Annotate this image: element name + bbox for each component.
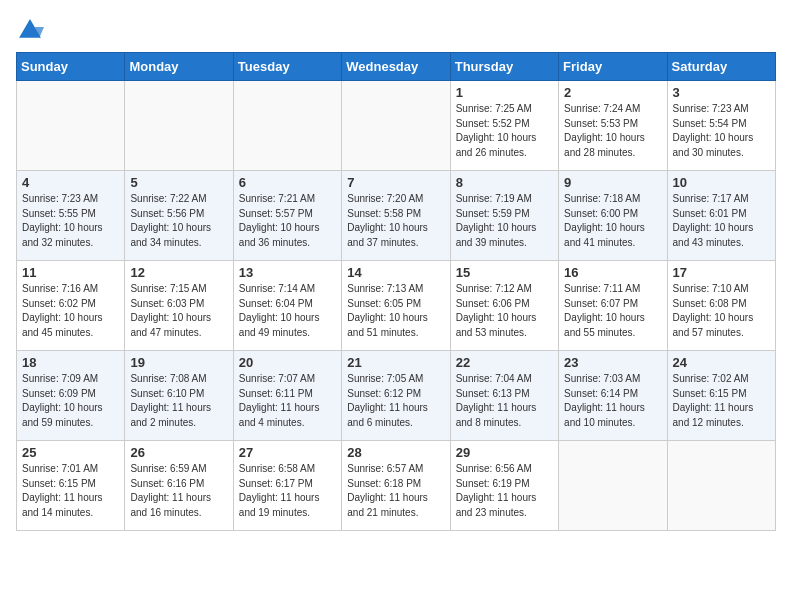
calendar-cell: 13Sunrise: 7:14 AM Sunset: 6:04 PM Dayli… xyxy=(233,261,341,351)
calendar-cell: 18Sunrise: 7:09 AM Sunset: 6:09 PM Dayli… xyxy=(17,351,125,441)
day-number: 24 xyxy=(673,355,770,370)
day-number: 16 xyxy=(564,265,661,280)
calendar-cell: 9Sunrise: 7:18 AM Sunset: 6:00 PM Daylig… xyxy=(559,171,667,261)
weekday-header-thursday: Thursday xyxy=(450,53,558,81)
weekday-header-friday: Friday xyxy=(559,53,667,81)
calendar-cell: 23Sunrise: 7:03 AM Sunset: 6:14 PM Dayli… xyxy=(559,351,667,441)
calendar-cell xyxy=(17,81,125,171)
day-number: 8 xyxy=(456,175,553,190)
calendar-cell: 26Sunrise: 6:59 AM Sunset: 6:16 PM Dayli… xyxy=(125,441,233,531)
day-info: Sunrise: 7:14 AM Sunset: 6:04 PM Dayligh… xyxy=(239,282,336,340)
weekday-header-saturday: Saturday xyxy=(667,53,775,81)
calendar-cell: 20Sunrise: 7:07 AM Sunset: 6:11 PM Dayli… xyxy=(233,351,341,441)
calendar-cell xyxy=(233,81,341,171)
day-info: Sunrise: 7:09 AM Sunset: 6:09 PM Dayligh… xyxy=(22,372,119,430)
calendar-cell: 17Sunrise: 7:10 AM Sunset: 6:08 PM Dayli… xyxy=(667,261,775,351)
day-info: Sunrise: 7:19 AM Sunset: 5:59 PM Dayligh… xyxy=(456,192,553,250)
day-info: Sunrise: 7:25 AM Sunset: 5:52 PM Dayligh… xyxy=(456,102,553,160)
calendar-cell: 22Sunrise: 7:04 AM Sunset: 6:13 PM Dayli… xyxy=(450,351,558,441)
day-info: Sunrise: 7:05 AM Sunset: 6:12 PM Dayligh… xyxy=(347,372,444,430)
calendar-cell xyxy=(342,81,450,171)
calendar-table: SundayMondayTuesdayWednesdayThursdayFrid… xyxy=(16,52,776,531)
calendar-cell: 12Sunrise: 7:15 AM Sunset: 6:03 PM Dayli… xyxy=(125,261,233,351)
calendar-cell: 27Sunrise: 6:58 AM Sunset: 6:17 PM Dayli… xyxy=(233,441,341,531)
day-info: Sunrise: 7:21 AM Sunset: 5:57 PM Dayligh… xyxy=(239,192,336,250)
day-number: 29 xyxy=(456,445,553,460)
week-row-3: 11Sunrise: 7:16 AM Sunset: 6:02 PM Dayli… xyxy=(17,261,776,351)
day-number: 4 xyxy=(22,175,119,190)
day-number: 21 xyxy=(347,355,444,370)
day-info: Sunrise: 7:20 AM Sunset: 5:58 PM Dayligh… xyxy=(347,192,444,250)
day-info: Sunrise: 6:59 AM Sunset: 6:16 PM Dayligh… xyxy=(130,462,227,520)
weekday-header-tuesday: Tuesday xyxy=(233,53,341,81)
calendar-cell: 15Sunrise: 7:12 AM Sunset: 6:06 PM Dayli… xyxy=(450,261,558,351)
calendar-cell xyxy=(667,441,775,531)
calendar-cell: 19Sunrise: 7:08 AM Sunset: 6:10 PM Dayli… xyxy=(125,351,233,441)
calendar-cell: 5Sunrise: 7:22 AM Sunset: 5:56 PM Daylig… xyxy=(125,171,233,261)
day-info: Sunrise: 7:08 AM Sunset: 6:10 PM Dayligh… xyxy=(130,372,227,430)
calendar-cell: 8Sunrise: 7:19 AM Sunset: 5:59 PM Daylig… xyxy=(450,171,558,261)
day-number: 7 xyxy=(347,175,444,190)
calendar-cell: 11Sunrise: 7:16 AM Sunset: 6:02 PM Dayli… xyxy=(17,261,125,351)
day-info: Sunrise: 7:16 AM Sunset: 6:02 PM Dayligh… xyxy=(22,282,119,340)
logo-icon xyxy=(16,16,44,44)
weekday-header-sunday: Sunday xyxy=(17,53,125,81)
day-number: 26 xyxy=(130,445,227,460)
calendar-cell: 25Sunrise: 7:01 AM Sunset: 6:15 PM Dayli… xyxy=(17,441,125,531)
weekday-header-row: SundayMondayTuesdayWednesdayThursdayFrid… xyxy=(17,53,776,81)
day-info: Sunrise: 7:11 AM Sunset: 6:07 PM Dayligh… xyxy=(564,282,661,340)
day-number: 1 xyxy=(456,85,553,100)
day-info: Sunrise: 7:15 AM Sunset: 6:03 PM Dayligh… xyxy=(130,282,227,340)
day-number: 22 xyxy=(456,355,553,370)
week-row-2: 4Sunrise: 7:23 AM Sunset: 5:55 PM Daylig… xyxy=(17,171,776,261)
day-number: 2 xyxy=(564,85,661,100)
week-row-1: 1Sunrise: 7:25 AM Sunset: 5:52 PM Daylig… xyxy=(17,81,776,171)
day-number: 13 xyxy=(239,265,336,280)
day-info: Sunrise: 7:03 AM Sunset: 6:14 PM Dayligh… xyxy=(564,372,661,430)
day-info: Sunrise: 7:17 AM Sunset: 6:01 PM Dayligh… xyxy=(673,192,770,250)
calendar-cell: 4Sunrise: 7:23 AM Sunset: 5:55 PM Daylig… xyxy=(17,171,125,261)
day-number: 6 xyxy=(239,175,336,190)
calendar-cell: 3Sunrise: 7:23 AM Sunset: 5:54 PM Daylig… xyxy=(667,81,775,171)
day-info: Sunrise: 7:24 AM Sunset: 5:53 PM Dayligh… xyxy=(564,102,661,160)
day-number: 25 xyxy=(22,445,119,460)
calendar-cell: 6Sunrise: 7:21 AM Sunset: 5:57 PM Daylig… xyxy=(233,171,341,261)
day-info: Sunrise: 7:02 AM Sunset: 6:15 PM Dayligh… xyxy=(673,372,770,430)
day-info: Sunrise: 7:04 AM Sunset: 6:13 PM Dayligh… xyxy=(456,372,553,430)
calendar-cell: 16Sunrise: 7:11 AM Sunset: 6:07 PM Dayli… xyxy=(559,261,667,351)
day-number: 9 xyxy=(564,175,661,190)
day-info: Sunrise: 6:56 AM Sunset: 6:19 PM Dayligh… xyxy=(456,462,553,520)
calendar-cell: 2Sunrise: 7:24 AM Sunset: 5:53 PM Daylig… xyxy=(559,81,667,171)
day-info: Sunrise: 7:12 AM Sunset: 6:06 PM Dayligh… xyxy=(456,282,553,340)
day-number: 27 xyxy=(239,445,336,460)
calendar-cell: 14Sunrise: 7:13 AM Sunset: 6:05 PM Dayli… xyxy=(342,261,450,351)
day-number: 14 xyxy=(347,265,444,280)
calendar-cell: 24Sunrise: 7:02 AM Sunset: 6:15 PM Dayli… xyxy=(667,351,775,441)
day-number: 11 xyxy=(22,265,119,280)
calendar-cell: 7Sunrise: 7:20 AM Sunset: 5:58 PM Daylig… xyxy=(342,171,450,261)
day-number: 23 xyxy=(564,355,661,370)
week-row-4: 18Sunrise: 7:09 AM Sunset: 6:09 PM Dayli… xyxy=(17,351,776,441)
calendar-cell xyxy=(125,81,233,171)
calendar-cell: 10Sunrise: 7:17 AM Sunset: 6:01 PM Dayli… xyxy=(667,171,775,261)
day-info: Sunrise: 7:07 AM Sunset: 6:11 PM Dayligh… xyxy=(239,372,336,430)
weekday-header-monday: Monday xyxy=(125,53,233,81)
day-number: 5 xyxy=(130,175,227,190)
day-info: Sunrise: 6:58 AM Sunset: 6:17 PM Dayligh… xyxy=(239,462,336,520)
calendar-cell: 1Sunrise: 7:25 AM Sunset: 5:52 PM Daylig… xyxy=(450,81,558,171)
day-info: Sunrise: 7:18 AM Sunset: 6:00 PM Dayligh… xyxy=(564,192,661,250)
week-row-5: 25Sunrise: 7:01 AM Sunset: 6:15 PM Dayli… xyxy=(17,441,776,531)
day-number: 19 xyxy=(130,355,227,370)
calendar-cell: 21Sunrise: 7:05 AM Sunset: 6:12 PM Dayli… xyxy=(342,351,450,441)
calendar-cell: 28Sunrise: 6:57 AM Sunset: 6:18 PM Dayli… xyxy=(342,441,450,531)
logo xyxy=(16,16,46,44)
day-info: Sunrise: 7:10 AM Sunset: 6:08 PM Dayligh… xyxy=(673,282,770,340)
day-number: 17 xyxy=(673,265,770,280)
day-number: 18 xyxy=(22,355,119,370)
day-info: Sunrise: 7:01 AM Sunset: 6:15 PM Dayligh… xyxy=(22,462,119,520)
day-number: 20 xyxy=(239,355,336,370)
day-number: 3 xyxy=(673,85,770,100)
day-info: Sunrise: 7:23 AM Sunset: 5:54 PM Dayligh… xyxy=(673,102,770,160)
day-info: Sunrise: 6:57 AM Sunset: 6:18 PM Dayligh… xyxy=(347,462,444,520)
weekday-header-wednesday: Wednesday xyxy=(342,53,450,81)
